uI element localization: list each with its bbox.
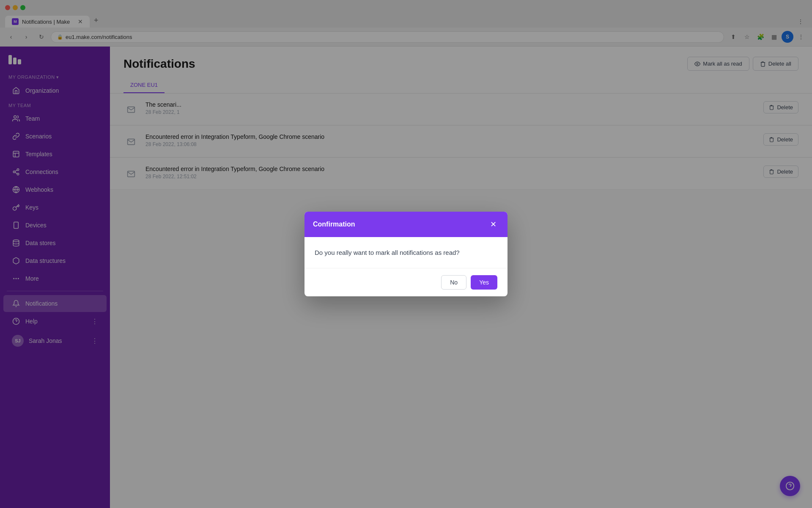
modal-title: Confirmation [313,221,355,228]
confirmation-modal: Confirmation ✕ Do you really want to mar… [304,212,508,296]
modal-header: Confirmation ✕ [304,212,508,237]
modal-yes-button[interactable]: Yes [471,275,497,290]
modal-body: Do you really want to mark all notificat… [304,237,508,268]
modal-footer: No Yes [304,268,508,296]
modal-overlay[interactable]: Confirmation ✕ Do you really want to mar… [0,0,812,508]
modal-message: Do you really want to mark all notificat… [315,249,497,256]
modal-close-button[interactable]: ✕ [487,218,499,230]
modal-no-button[interactable]: No [441,275,466,290]
